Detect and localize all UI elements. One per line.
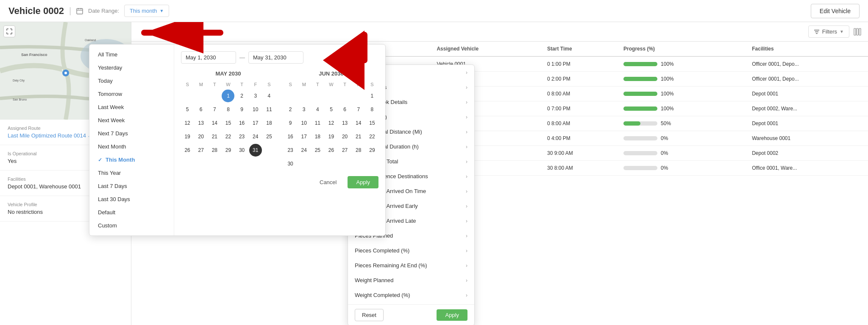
filter-item-weight-planned[interactable]: Weight Planned› [348,273,474,288]
cal-day-15[interactable]: 15 [222,117,234,129]
end-date-input[interactable] [248,51,303,64]
date-option-default[interactable]: Default [89,206,174,219]
jun-day-27[interactable]: 27 [339,144,351,157]
reset-filter-button[interactable]: Reset [355,309,384,321]
jun-day-3[interactable]: 3 [298,103,310,116]
filter-item-weight-completed----[interactable]: Weight Completed (%)› [348,288,474,303]
date-option-next-7-days[interactable]: Next 7 Days [89,127,174,140]
filter-item-pieces-remaining-at-end----[interactable]: Pieces Remaining At End (%)› [348,258,474,273]
cal-day-2[interactable]: 2 [236,90,248,102]
filter-item-pieces-completed----[interactable]: Pieces Completed (%)› [348,243,474,258]
edit-vehicle-button[interactable]: Edit Vehicle [811,4,860,18]
cal-day-26[interactable]: 26 [181,144,194,157]
jun-day-11[interactable]: 11 [311,117,324,129]
jun-empty5 [339,90,351,102]
jun-day-28[interactable]: 28 [352,144,365,157]
jun-day-10[interactable]: 10 [298,117,310,129]
jun-day-17[interactable]: 17 [298,130,310,143]
jun-day-8[interactable]: 8 [366,103,378,116]
jun-day-15[interactable]: 15 [366,117,378,129]
jun-day-14[interactable]: 14 [352,117,365,129]
cal-day-9[interactable]: 9 [236,103,248,116]
cal-day-28[interactable]: 28 [208,144,221,157]
cal-day-22[interactable]: 22 [222,130,234,143]
jun-day-21[interactable]: 21 [352,130,365,143]
chevron-right-icon: › [466,248,467,254]
cal-day-12[interactable]: 12 [181,117,194,129]
cell-progress: 0% [618,146,747,161]
cal-day-14[interactable]: 14 [208,117,221,129]
map-expand-button[interactable] [3,25,15,37]
cal-day-17[interactable]: 17 [249,117,262,129]
date-option-next-week[interactable]: Next Week [89,114,174,127]
cell-start: 30 9:00 AM [542,146,618,161]
date-option-this-month[interactable]: ✓This Month [89,153,174,166]
jun-day-6[interactable]: 6 [339,103,351,116]
cal-day-13[interactable]: 13 [195,117,207,129]
columns-icon[interactable] [854,28,861,36]
jun-day-12[interactable]: 12 [325,117,337,129]
date-option-last-week[interactable]: Last Week [89,101,174,114]
jun-day-2[interactable]: 2 [284,103,297,116]
jun-day-7[interactable]: 7 [352,103,365,116]
jun-day-26[interactable]: 26 [325,144,337,157]
cal-day-29[interactable]: 29 [222,144,234,157]
cal-day-21[interactable]: 21 [208,130,221,143]
jun-day-4[interactable]: 4 [311,103,324,116]
cal-day-25[interactable]: 25 [263,130,275,143]
cal-day-20[interactable]: 20 [195,130,207,143]
cal-day-4[interactable]: 4 [263,90,275,102]
jun-day-1[interactable]: 1 [366,90,378,102]
jun-day-23[interactable]: 23 [284,144,297,157]
jun-day-16[interactable]: 16 [284,130,297,143]
jun-day-13[interactable]: 13 [339,117,351,129]
date-range-button[interactable]: This month ▼ [124,5,169,17]
date-option-last-7-days[interactable]: Last 7 Days [89,179,174,193]
date-option-yesterday[interactable]: Yesterday [89,61,174,74]
date-option-next-month[interactable]: Next Month [89,140,174,153]
jun-day-20[interactable]: 20 [339,130,351,143]
cal-day-27[interactable]: 27 [195,144,207,157]
jun-title: JUN 2030 [284,70,378,77]
chevron-right-icon: › [466,174,467,179]
cal-day-6[interactable]: 6 [195,103,207,116]
cal-day-3[interactable]: 3 [249,90,262,102]
cal-day-5[interactable]: 5 [181,103,194,116]
cal-day-19[interactable]: 19 [181,130,194,143]
jun-day-22[interactable]: 22 [366,130,378,143]
jun-day-5[interactable]: 5 [325,103,337,116]
jun-day-30[interactable]: 30 [284,157,297,170]
cal-day-11[interactable]: 11 [263,103,275,116]
jun-day-18[interactable]: 18 [311,130,324,143]
cal-day-24[interactable]: 24 [249,130,262,143]
date-option-today[interactable]: Today [89,74,174,87]
cal-day-16[interactable]: 16 [236,117,248,129]
date-option-last-30-days[interactable]: Last 30 Days [89,193,174,206]
jun-day-24[interactable]: 24 [298,144,310,157]
jun-day-25[interactable]: 25 [311,144,324,157]
apply-filter-button[interactable]: Apply [437,309,467,321]
cancel-button[interactable]: Cancel [313,176,343,188]
cal-day-1[interactable]: 1 [222,90,234,102]
progress-value: 100% [661,91,674,97]
apply-date-button[interactable]: Apply [348,176,378,188]
cal-day-7[interactable]: 7 [208,103,221,116]
date-option-all-time[interactable]: All Time [89,48,174,61]
start-date-input[interactable] [181,51,236,64]
cal-day-23[interactable]: 23 [236,130,248,143]
expand-icon [6,28,12,34]
cal-day-10[interactable]: 10 [249,103,262,116]
date-option-tomorrow[interactable]: Tomorrow [89,87,174,101]
cal-day-8[interactable]: 8 [222,103,234,116]
jun-day-9[interactable]: 9 [284,117,297,129]
jun-day-19[interactable]: 19 [325,130,337,143]
jun-day-m1: M [298,80,310,89]
date-option-this-year[interactable]: This Year [89,166,174,179]
filters-button[interactable]: Filters ▼ [808,25,849,38]
cal-day-31[interactable]: 31 [249,144,262,157]
jun-day-29[interactable]: 29 [366,144,378,157]
date-option-custom[interactable]: Custom [89,219,174,232]
day-header-s1: S [181,80,194,89]
cal-day-30[interactable]: 30 [236,144,248,157]
cal-day-18[interactable]: 18 [263,117,275,129]
